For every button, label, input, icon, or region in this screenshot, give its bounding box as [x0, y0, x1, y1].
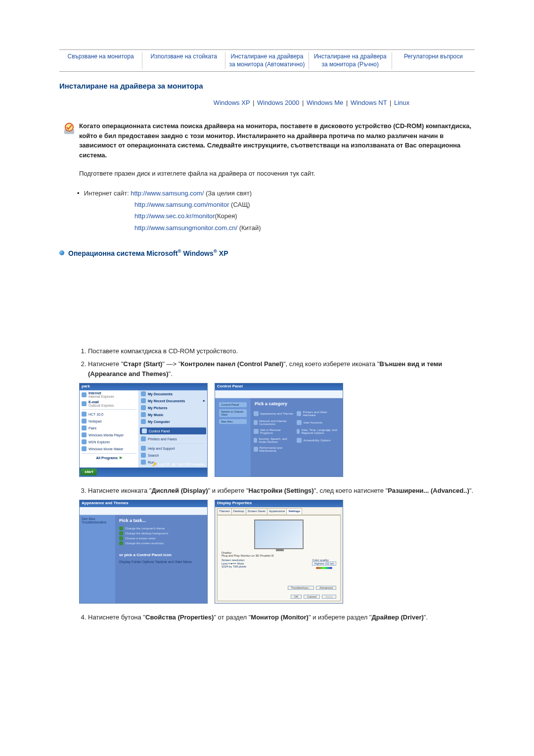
os-link-nt[interactable]: Windows NT: [351, 99, 387, 106]
mail-icon: [82, 401, 87, 406]
section-title: Инсталиране на драйвера за монитора: [59, 82, 475, 90]
steps-list-cont2: Натиснете бутона "Свойства (Properties)"…: [88, 613, 475, 622]
moviemaker-icon: [82, 446, 87, 451]
screenshot-start-menu: park InternetInternet Explorer E-mailOut…: [79, 383, 208, 477]
note-icon: [59, 121, 79, 160]
troubleshoot-button: Troubleshoot...: [288, 586, 314, 590]
start-menu-user: park: [80, 383, 207, 390]
internet-label: Интернет сайт:: [84, 189, 129, 197]
folder-icon: [141, 398, 146, 403]
advanced-button: Advanced: [316, 586, 336, 590]
folder-icon: [141, 391, 146, 396]
steps-list: Поставете компактдиска в CD-ROM устройст…: [88, 346, 475, 379]
help-icon: [141, 446, 146, 451]
link-sec-kr[interactable]: http://www.sec.co.kr/monitor: [134, 212, 215, 220]
folder-icon: [141, 412, 146, 417]
internet-sites: • Интернет сайт: http://www.samsung.com/…: [77, 188, 475, 234]
paint-icon: [82, 425, 87, 430]
tab-install-driver-manual[interactable]: Инсталиране на драйвера за монитора (Ръч…: [309, 52, 392, 69]
tab-connect-monitor[interactable]: Свързване на монитора: [59, 52, 142, 69]
app-icon: [82, 412, 87, 417]
os-links: Windows XP | Windows 2000 | Windows Me |…: [59, 99, 475, 106]
os-link-linux[interactable]: Linux: [394, 99, 409, 106]
printers-icon: [141, 436, 146, 441]
run-icon: [141, 460, 146, 465]
screenshot-control-panel: Control Panel Control Panel Switch to Cl…: [215, 383, 343, 477]
monitor-preview-icon: [254, 520, 304, 549]
os-link-2000[interactable]: Windows 2000: [257, 99, 299, 106]
step-4: Натиснете бутона "Свойства (Properties)"…: [88, 613, 475, 622]
link-samsung-world[interactable]: http://www.samsung.com/: [131, 189, 204, 197]
step-2: Натиснете "Старт (Start)" —> "Контролен …: [88, 359, 475, 379]
tab-using-stand[interactable]: Използване на стойката: [142, 52, 225, 69]
notepad-icon: [82, 419, 87, 424]
wmp-icon: [82, 432, 87, 437]
svg-point-1: [65, 123, 73, 131]
screenshot-display-properties: Display Properties Themes Desktop Screen…: [215, 500, 343, 604]
cancel-button: Cancel: [304, 595, 320, 599]
control-panel-icon: [142, 428, 147, 433]
folder-icon: [141, 405, 146, 410]
apply-button: Apply: [322, 595, 336, 599]
search-icon: [141, 453, 146, 458]
intro-text: Когато операционната система поиска драй…: [79, 121, 475, 160]
step-3: Натиснете иконката "Дисплей (Display)" и…: [88, 486, 475, 496]
ok-button: OK: [291, 595, 302, 599]
os-link-me[interactable]: Windows Me: [307, 99, 343, 106]
top-tabs: Свързване на монитора Използване на стой…: [59, 49, 475, 72]
ie-icon: [82, 392, 87, 397]
prep-text: Подгответе празен диск и изтеглете файла…: [79, 169, 475, 179]
computer-icon: [141, 419, 146, 424]
os-heading-xp: Операционна система Microsoft® Windows® …: [59, 248, 475, 257]
screenshot-appearance-themes: Appearance and Themes See Also Troublesh…: [79, 500, 208, 604]
msn-icon: [82, 439, 87, 444]
os-link-xp[interactable]: Windows XP: [214, 99, 250, 106]
steps-list-cont: Натиснете иконката "Дисплей (Display)" и…: [88, 486, 475, 496]
tab-regulatory[interactable]: Регулаторни въпроси: [392, 52, 475, 69]
start-button: start: [81, 469, 97, 475]
step-1: Поставете компактдиска в CD-ROM устройст…: [88, 346, 475, 356]
tab-install-driver-auto[interactable]: Инсталиране на драйвера за монитора (Авт…: [225, 52, 309, 69]
link-samsung-cn[interactable]: http://www.samsungmonitor.com.cn/: [134, 224, 237, 232]
bullet-icon: [59, 250, 64, 255]
link-samsung-us[interactable]: http://www.samsung.com/monitor: [134, 201, 229, 208]
